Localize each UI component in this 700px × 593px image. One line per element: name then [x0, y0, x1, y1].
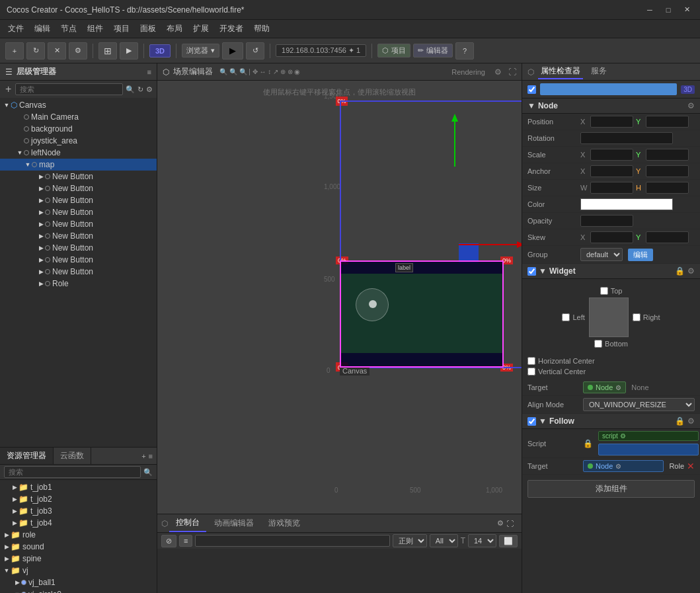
tree-item-leftnode[interactable]: ▼ leftNode [0, 147, 157, 159]
widget-section-header[interactable]: ▼ Widget 🔒 ⚙ [522, 264, 700, 279]
follow-section-header[interactable]: ▼ Follow 🔒 ⚙ [522, 414, 700, 429]
follow-target-remove-button[interactable]: ✕ [687, 461, 695, 471]
preview-button[interactable]: ▶ [120, 42, 138, 59]
rotation-input[interactable]: 0 [580, 132, 673, 144]
asset-item-vjball1[interactable]: ▶ vj_ball1 [0, 576, 157, 588]
asset-item-sound[interactable]: ▶ 📁 sound [0, 541, 157, 553]
node-name-input[interactable]: map [540, 83, 677, 95]
expand-btn7-arrow[interactable]: ▶ [37, 245, 45, 251]
align-mode-select[interactable]: ON_WINDOW_RESIZE [583, 398, 695, 411]
expand-btn9-arrow[interactable]: ▶ [37, 268, 45, 275]
menu-node[interactable]: 节点 [56, 22, 82, 36]
vcenter-checkbox-label[interactable]: Vertical Center [527, 368, 586, 376]
remove-button[interactable]: ✕ [48, 42, 66, 59]
expand-btn4-arrow[interactable]: ▶ [37, 209, 45, 216]
add-component-button[interactable]: 添加组件 [527, 480, 695, 498]
skew-x-input[interactable]: 0 [590, 231, 633, 243]
asset-item-tjob1[interactable]: ▶ 📁 t_job1 [0, 481, 157, 493]
asset-item-tjob4[interactable]: ▶ 📁 t_job4 [0, 517, 157, 529]
expand-btn1-arrow[interactable]: ▶ [37, 173, 45, 180]
tree-item-newbtn7[interactable]: ▶ New Button [0, 242, 157, 254]
top-checkbox[interactable] [600, 287, 608, 295]
position-y-input[interactable]: 0 [646, 116, 689, 128]
console-fontsize-select[interactable]: 14 [468, 534, 496, 547]
tree-item-newbtn4[interactable]: ▶ New Button [0, 206, 157, 218]
browser-dropdown[interactable]: 浏览器 ▾ [182, 44, 219, 58]
expand-canvas-arrow[interactable]: ▼ [3, 102, 11, 108]
hierarchy-add-button[interactable]: + [4, 83, 13, 95]
anchor-x-input[interactable]: 0.5 [590, 165, 633, 177]
tab-console[interactable]: 控制台 [169, 514, 206, 532]
menu-component[interactable]: 组件 [82, 22, 108, 36]
asset-item-tjob2[interactable]: ▶ 📁 t_job2 [0, 493, 157, 505]
menu-edit[interactable]: 编辑 [29, 22, 56, 36]
asset-item-tjob3[interactable]: ▶ 📁 t_job3 [0, 505, 157, 517]
tree-item-joystickarea[interactable]: joystick_area [0, 135, 157, 147]
anchor-y-input[interactable]: 0.5 [646, 165, 689, 177]
scene-canvas[interactable]: 使用鼠标右键平移视窗焦点，使用滚轮缩放视图 1,500 1,000 500 0 … [157, 81, 522, 514]
tree-item-newbtn9[interactable]: ▶ New Button [0, 266, 157, 278]
skew-y-input[interactable]: 0 [646, 231, 689, 243]
follow-lock-icon[interactable]: 🔒 [675, 416, 685, 426]
menu-help[interactable]: 帮助 [249, 22, 275, 36]
add-node-button[interactable]: + [5, 42, 24, 59]
console-filter-button[interactable]: ≡ [179, 535, 192, 547]
project-button[interactable]: ⬡ 项目 [377, 44, 410, 58]
expand-btn8-arrow[interactable]: ▶ [37, 257, 45, 263]
scene-expand-icon[interactable]: ⛶ [508, 67, 516, 77]
hcenter-checkbox[interactable] [527, 357, 535, 365]
scale-x-input[interactable]: 1 [590, 149, 633, 161]
tree-item-newbtn1[interactable]: ▶ New Button [0, 171, 157, 182]
vcenter-checkbox[interactable] [527, 368, 535, 376]
position-x-input[interactable]: 0 [590, 116, 633, 128]
right-checkbox-label[interactable]: Right [633, 313, 660, 321]
node-active-checkbox[interactable] [527, 85, 536, 94]
left-checkbox-label[interactable]: Left [562, 313, 584, 321]
hierarchy-collapse-icon[interactable]: ≡ [147, 68, 151, 76]
search-icon[interactable]: 🔍 [126, 85, 135, 94]
expand-btn6-arrow[interactable]: ▶ [37, 233, 45, 239]
tree-item-map[interactable]: ▼ map [0, 159, 157, 171]
menu-project[interactable]: 项目 [108, 22, 135, 36]
widget-settings-icon[interactable]: ⚙ [687, 266, 695, 276]
expand-role-arrow[interactable]: ▶ [37, 280, 45, 287]
tree-item-newbtn6[interactable]: ▶ New Button [0, 230, 157, 242]
node-settings-icon[interactable]: ⚙ [687, 101, 695, 110]
scale-y-input[interactable]: 1 [646, 149, 689, 161]
editor-button[interactable]: ✏ 编辑器 [413, 44, 453, 58]
help-button[interactable]: ? [455, 42, 474, 59]
tab-preview[interactable]: 游戏预览 [262, 515, 307, 532]
bottom-checkbox-label[interactable]: Bottom [594, 340, 628, 348]
asset-item-role[interactable]: ▶ 📁 role [0, 529, 157, 541]
menu-layout[interactable]: 布局 [161, 22, 188, 36]
widget-lock-icon[interactable]: 🔒 [675, 266, 685, 276]
tab-service[interactable]: 服务 [588, 64, 609, 79]
console-dock-button[interactable]: ⬜ [499, 535, 518, 547]
asset-item-vjcircle0[interactable]: ▼ vj_circle0 [0, 588, 157, 593]
color-picker[interactable] [580, 198, 673, 210]
bottom-checkbox[interactable] [594, 340, 602, 348]
size-w-input[interactable]: 1500 [590, 182, 633, 194]
tree-item-canvas[interactable]: ▼ ⬡ Canvas [0, 99, 157, 111]
left-checkbox[interactable] [562, 313, 570, 321]
hierarchy-settings-icon[interactable]: ⚙ [146, 85, 153, 94]
hcenter-checkbox-label[interactable]: Horizontal Center [527, 357, 595, 365]
console-expand-icon[interactable]: ⛶ [506, 520, 514, 528]
build-button[interactable]: ⊞ [98, 42, 117, 59]
group-edit-button[interactable]: 编辑 [628, 249, 653, 261]
menu-developer[interactable]: 开发者 [214, 22, 249, 36]
asset-item-vj[interactable]: ▼ 📁 vj [0, 565, 157, 576]
maximize-button[interactable]: □ [662, 5, 675, 15]
script-value-input[interactable]: Follow [598, 444, 699, 455]
hierarchy-search-input[interactable] [15, 83, 123, 95]
expand-btn3-arrow[interactable]: ▶ [37, 197, 45, 204]
group-select[interactable]: default [580, 248, 623, 261]
menu-file[interactable]: 文件 [3, 22, 29, 36]
tree-item-maincamera[interactable]: Main Camera [0, 111, 157, 123]
tab-inspector[interactable]: 属性检查器 [538, 64, 583, 79]
console-settings-icon[interactable]: ⚙ [497, 519, 504, 528]
menu-extend[interactable]: 扩展 [188, 22, 214, 36]
assets-search-icon[interactable]: 🔍 [143, 468, 153, 477]
expand-map-arrow[interactable]: ▼ [24, 161, 32, 168]
menu-panel[interactable]: 面板 [135, 22, 161, 36]
